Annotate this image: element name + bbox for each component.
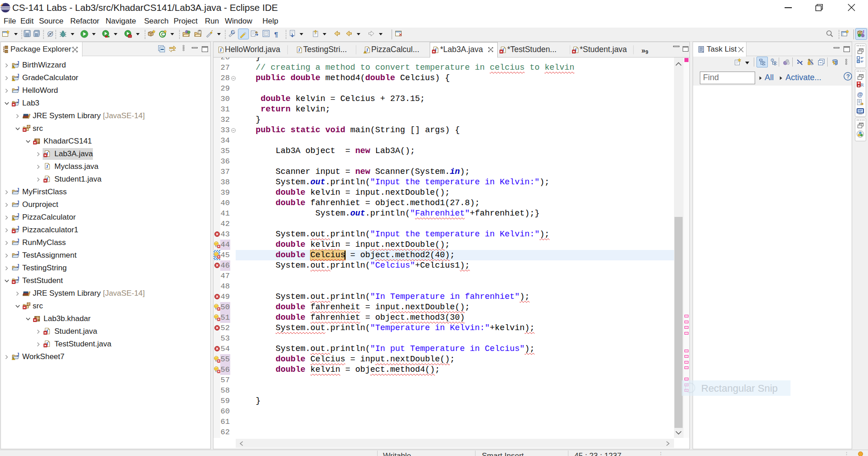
svg-text:J: J — [366, 48, 368, 53]
svg-text:J: J — [17, 264, 19, 269]
svg-text:R: R — [861, 82, 864, 87]
svg-text:J: J — [17, 99, 19, 104]
svg-text:J: J — [298, 48, 300, 53]
svg-text:P: P — [232, 30, 235, 34]
svg-text:J: J — [17, 251, 19, 256]
svg-text:J: J — [219, 48, 222, 53]
svg-text:J: J — [17, 201, 19, 205]
svg-text:J: J — [17, 188, 19, 192]
svg-text:J: J — [17, 277, 19, 281]
svg-text:J: J — [17, 226, 19, 230]
svg-text:?: ? — [846, 73, 850, 80]
svg-text:J: J — [17, 74, 19, 78]
svg-text:J: J — [17, 213, 19, 218]
svg-text:J: J — [17, 353, 19, 357]
svg-text:@: @ — [857, 91, 863, 98]
svg-text:J: J — [17, 61, 19, 66]
svg-text:J: J — [17, 239, 19, 243]
svg-text:J: J — [862, 29, 864, 34]
svg-text:J: J — [46, 164, 48, 169]
svg-text:J: J — [17, 86, 19, 91]
